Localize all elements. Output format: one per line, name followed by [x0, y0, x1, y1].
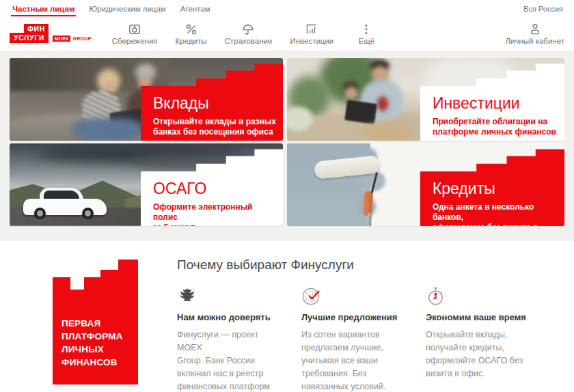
user-icon [528, 23, 542, 36]
nav-label: Сбережения [112, 37, 158, 45]
card-deposits[interactable]: Вклады Открывайте вклады в разных банках… [10, 58, 283, 141]
tab-private-clients[interactable]: Частным лицам [11, 1, 76, 16]
feature-text: Из сотен вариантов предлагаем лучшие, уч… [301, 328, 409, 392]
personal-account-button[interactable]: Личный кабинет [505, 23, 564, 45]
central-bank-eagle-icon [177, 286, 285, 307]
nav-item-insurance[interactable]: Страхование [224, 23, 272, 45]
white-car-illustration [23, 188, 107, 218]
stopwatch-icon [426, 286, 534, 307]
card-osago[interactable]: ОСАГО Оформите электронный полис за 5 ми… [10, 143, 283, 226]
card-title: Кредиты [433, 180, 559, 197]
nav-label: Ещё [359, 37, 375, 45]
hero-grid: Вклады Открывайте вклады в разных банках… [10, 58, 564, 226]
best-offers-check-icon [301, 286, 409, 307]
first-platform-banner: ПЕРВАЯ ПЛАТФОРМА ЛИЧНЫХ ФИНАНСОВ [53, 260, 138, 384]
logo-uslugi-block: УСЛУГИ [10, 33, 49, 43]
why-section: ПЕРВАЯ ПЛАТФОРМА ЛИЧНЫХ ФИНАНСОВ Почему … [0, 241, 574, 392]
features-row: Нам можно доверять Финуслуги — проект MO… [177, 286, 534, 392]
banner-text: ПЕРВАЯ ПЛАТФОРМА ЛИЧНЫХ ФИНАНСОВ [62, 317, 123, 369]
card-title: Инвестиции [433, 95, 559, 111]
feature-text: Финуслуги — проект MOEX Group. Банк Росс… [177, 328, 285, 392]
card-title: Вклады [153, 95, 277, 111]
moex-group-mark: MOEX GROUP [53, 36, 92, 43]
card-subtitle: Открывайте вклады в разных банках без по… [153, 117, 277, 138]
logo-fin-block: ФИН [24, 24, 49, 33]
tab-agents[interactable]: Агентам [179, 1, 212, 16]
nav-item-investments[interactable]: Инвестиции [290, 23, 333, 45]
card-subtitle: Оформите электронный полис за 5 минут [153, 202, 277, 226]
region-selector[interactable]: Вся Россия [523, 5, 563, 16]
nav-label: Кредиты [176, 37, 207, 45]
feature-save-time: Экономим ваше время Открывайте вклады, п… [426, 286, 534, 392]
nav-label: Страхование [224, 37, 272, 45]
feature-trust: Нам можно доверять Финуслуги — проект MO… [177, 286, 285, 392]
nav-item-more[interactable]: Ещё [351, 23, 381, 45]
audience-tabs-bar: Частным лицам Юридическим лицам Агентам … [0, 0, 574, 16]
logo-blocks: ФИН УСЛУГИ [10, 24, 49, 43]
percent-icon [184, 23, 198, 36]
why-heading: Почему выбирают Финуслуги [177, 257, 354, 272]
feature-title: Экономим ваше время [426, 312, 534, 322]
group-label: GROUP [72, 36, 91, 41]
main-nav: Сбережения Кредиты [112, 23, 382, 45]
finuslugi-homepage: Частным лицам Юридическим лицам Агентам … [0, 0, 574, 392]
tab-legal-entities[interactable]: Юридическим лицам [87, 1, 167, 16]
feature-title: Лучшие предложения [301, 312, 409, 322]
card-title: ОСАГО [153, 180, 277, 197]
nav-item-credits[interactable]: Кредиты [176, 23, 207, 45]
main-header: ФИН УСЛУГИ MOEX GROUP Сбережения [0, 16, 574, 51]
feature-best-offers: Лучшие предложения Из сотен вариантов пр… [301, 286, 409, 392]
hero-section: Вклады Открывайте вклады в разных банках… [0, 51, 574, 241]
feature-text: Открывайте вклады, получайте кредиты, оф… [426, 328, 534, 380]
card-investments[interactable]: Инвестиции Приобретайте облигации на пла… [287, 58, 564, 141]
card-credits[interactable]: Кредиты Одна анкета в несколько банков, … [287, 143, 564, 226]
nav-label: Инвестиции [290, 37, 333, 45]
umbrella-icon [241, 23, 255, 36]
chart-icon [305, 23, 318, 36]
moex-badge: MOEX [53, 36, 71, 42]
nav-item-savings[interactable]: Сбережения [112, 23, 158, 45]
card-subtitle: Приобретайте облигации на платформе личн… [433, 117, 559, 138]
savings-icon [128, 23, 141, 36]
feature-title: Нам можно доверять [177, 312, 285, 322]
card-subtitle: Одна анкета в несколько банков, оформлен… [433, 202, 559, 226]
more-icon [359, 23, 373, 36]
finuslugi-logo[interactable]: ФИН УСЛУГИ MOEX GROUP [10, 24, 92, 43]
account-label: Личный кабинет [505, 37, 564, 45]
